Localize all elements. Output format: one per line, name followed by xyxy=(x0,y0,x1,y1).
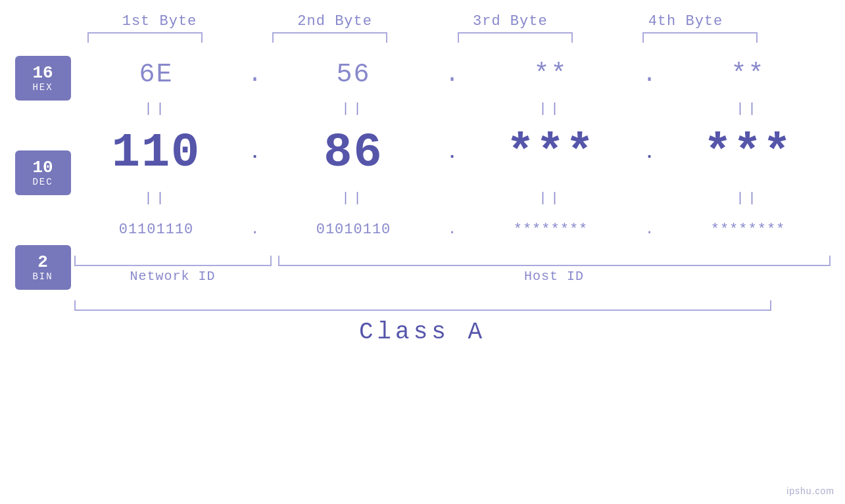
byte3-header: 3rd Byte xyxy=(438,13,583,30)
hex-b4: ** xyxy=(666,60,831,89)
hex-val-3: ** xyxy=(533,60,567,89)
class-label: Class A xyxy=(359,319,486,346)
hex-label: HEX xyxy=(32,82,53,93)
bracket-bottom-network xyxy=(74,256,272,266)
eq-1-b3: || xyxy=(469,101,633,116)
eq-row-1: || || || || xyxy=(74,97,831,120)
base-badges: 16 HEX 10 DEC 2 BIN xyxy=(15,52,74,290)
eq-sym-1-3: || xyxy=(539,101,562,116)
watermark: ipshu.com xyxy=(786,486,834,496)
dec-b1: 110 xyxy=(74,126,239,180)
dec-b4: *** xyxy=(666,126,831,180)
bin-b1: 01101110 xyxy=(74,221,239,238)
bin-number: 2 xyxy=(37,253,48,272)
id-labels-row: Network ID Host ID xyxy=(74,269,831,284)
bracket-top-4 xyxy=(642,32,758,43)
hex-b2: 56 xyxy=(272,60,436,89)
bracket-top-2 xyxy=(272,32,387,43)
dec-badge: 10 DEC xyxy=(15,150,71,195)
byte1-header: 1st Byte xyxy=(87,13,232,30)
dec-b2: 86 xyxy=(272,126,436,180)
byte4-header: 4th Byte xyxy=(613,13,758,30)
eq-row-2: || || || || xyxy=(74,186,831,210)
bin-row: 01101110 . 01010110 . ******** . xyxy=(74,210,831,249)
network-id-label: Network ID xyxy=(74,269,272,284)
hex-val-1: 6E xyxy=(139,60,173,89)
eq-2-b4: || xyxy=(666,191,831,206)
bracket-top-1 xyxy=(87,32,203,43)
bin-badge: 2 BIN xyxy=(15,245,71,290)
host-id-label: Host ID xyxy=(278,269,831,284)
hex-b1: 6E xyxy=(74,60,239,89)
eq-1-b2: || xyxy=(272,101,436,116)
eq-sym-2-2: || xyxy=(341,191,365,206)
eq-1-b4: || xyxy=(666,101,831,116)
bin-b2: 01010110 xyxy=(272,221,436,238)
bin-val-1: 01101110 xyxy=(119,221,194,238)
eq-sym-1-4: || xyxy=(736,101,760,116)
dec-dot-2: . xyxy=(436,143,469,163)
bin-label: BIN xyxy=(32,271,53,282)
eq-sym-2-4: || xyxy=(736,191,760,206)
dec-row: 110 . 86 . *** . *** xyxy=(74,120,831,186)
hex-val-2: 56 xyxy=(336,60,370,89)
dec-val-4: *** xyxy=(704,126,793,180)
eq-sym-2-3: || xyxy=(539,191,562,206)
bin-val-3: ******** xyxy=(514,221,589,238)
eq-1-b1: || xyxy=(74,101,239,116)
hex-val-4: ** xyxy=(731,60,765,89)
eq-2-b2: || xyxy=(272,191,436,206)
page-container: 1st Byte 2nd Byte 3rd Byte 4th Byte 16 H… xyxy=(0,0,845,504)
eq-2-b1: || xyxy=(74,191,239,206)
hex-dot-1: . xyxy=(239,61,272,88)
hex-dot-2: . xyxy=(436,61,469,88)
bin-dot-1: . xyxy=(239,221,272,238)
bin-val-2: 01010110 xyxy=(316,221,391,238)
bracket-top-3 xyxy=(458,32,573,43)
dec-number: 10 xyxy=(32,158,53,177)
content-row: 16 HEX 10 DEC 2 BIN 6E xyxy=(15,52,831,290)
bin-dot-3: . xyxy=(633,221,666,238)
hex-row: 6E . 56 . ** . ** xyxy=(74,52,831,97)
dec-label: DEC xyxy=(32,177,53,187)
bin-b3: ******** xyxy=(469,221,633,238)
hex-badge: 16 HEX xyxy=(15,56,71,101)
eq-2-b3: || xyxy=(469,191,633,206)
hex-b3: ** xyxy=(469,60,633,89)
dec-dot-3: . xyxy=(633,143,666,163)
dec-b3: *** xyxy=(469,126,633,180)
eq-sym-1-2: || xyxy=(341,101,365,116)
bracket-bottom-host xyxy=(278,256,831,266)
hex-number: 16 xyxy=(32,64,53,83)
eq-sym-2-1: || xyxy=(144,191,168,206)
bottom-brackets xyxy=(74,256,831,266)
top-brackets-row xyxy=(74,32,771,43)
bin-b4: ******** xyxy=(666,221,831,238)
full-bottom-bracket xyxy=(74,300,771,311)
byte2-header: 2nd Byte xyxy=(262,13,407,30)
dec-val-2: 86 xyxy=(324,126,383,180)
eq-sym-1-1: || xyxy=(144,101,168,116)
dec-val-3: *** xyxy=(506,126,596,180)
byte-headers-row: 1st Byte 2nd Byte 3rd Byte 4th Byte xyxy=(74,13,771,30)
hex-dot-3: . xyxy=(633,61,666,88)
bin-val-4: ******** xyxy=(711,221,786,238)
dec-val-1: 110 xyxy=(112,126,201,180)
bracket-gap xyxy=(272,256,278,266)
dec-dot-1: . xyxy=(239,143,272,163)
data-section: 6E . 56 . ** . ** xyxy=(74,52,831,284)
bin-dot-2: . xyxy=(436,221,469,238)
